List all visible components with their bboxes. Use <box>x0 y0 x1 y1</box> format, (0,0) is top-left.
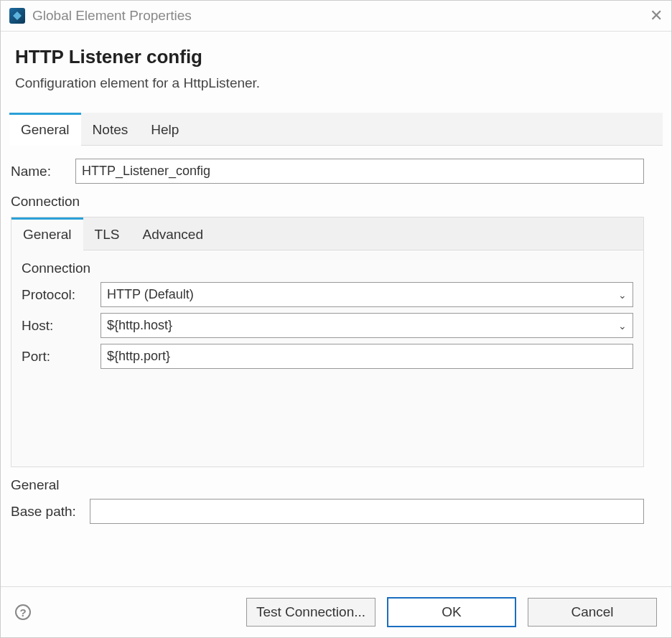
tab-help[interactable]: Help <box>139 113 190 145</box>
port-row: Port: <box>22 344 633 369</box>
inner-tab-advanced[interactable]: Advanced <box>131 217 215 250</box>
svg-marker-0 <box>13 11 22 20</box>
inner-tab-tls[interactable]: TLS <box>83 217 131 250</box>
ok-button[interactable]: OK <box>387 597 516 627</box>
name-input[interactable] <box>75 159 644 184</box>
name-row: Name: <box>11 159 644 184</box>
connection-panel: General TLS Advanced Connection Protocol… <box>11 217 644 467</box>
page-subtitle: Configuration element for a HttpListener… <box>15 75 657 91</box>
close-icon[interactable]: ✕ <box>650 6 663 25</box>
host-row: Host: ${http.host} ⌄ <box>22 313 633 338</box>
basepath-label: Base path: <box>11 504 90 520</box>
inner-tabstrip: General TLS Advanced <box>11 217 643 250</box>
basepath-input[interactable] <box>90 499 644 524</box>
body-area: Name: Connection General TLS Advanced Co… <box>1 146 671 586</box>
basepath-row: Base path: <box>11 499 644 524</box>
chevron-down-icon: ⌄ <box>618 320 627 332</box>
port-input[interactable] <box>101 344 633 369</box>
connection-inner-label: Connection <box>22 261 633 276</box>
name-label: Name: <box>11 164 75 179</box>
main-tabstrip: General Notes Help <box>9 113 663 146</box>
dialog-window: Global Element Properties ✕ HTTP Listene… <box>0 0 672 638</box>
protocol-value: HTTP (Default) <box>107 287 194 302</box>
header-block: HTTP Listener config Configuration eleme… <box>1 32 671 98</box>
tab-notes[interactable]: Notes <box>81 113 140 145</box>
inner-tab-general[interactable]: General <box>11 217 83 250</box>
protocol-row: Protocol: HTTP (Default) ⌄ <box>22 282 633 307</box>
inner-content: Connection Protocol: HTTP (Default) ⌄ Ho… <box>11 250 643 456</box>
chevron-down-icon: ⌄ <box>618 289 627 301</box>
protocol-select[interactable]: HTTP (Default) ⌄ <box>101 282 633 307</box>
titlebar: Global Element Properties ✕ <box>1 1 671 32</box>
scroll-area[interactable]: Name: Connection General TLS Advanced Co… <box>11 153 661 586</box>
port-label: Port: <box>22 349 101 365</box>
protocol-label: Protocol: <box>22 287 101 303</box>
connection-section-label: Connection <box>11 194 644 210</box>
test-connection-button[interactable]: Test Connection... <box>246 598 375 627</box>
general-section-label: General <box>11 477 644 493</box>
host-label: Host: <box>22 318 101 334</box>
window-title: Global Element Properties <box>32 8 192 24</box>
cancel-button[interactable]: Cancel <box>528 598 657 627</box>
host-value: ${http.host} <box>107 318 172 333</box>
app-icon <box>9 8 25 24</box>
help-icon[interactable]: ? <box>15 604 31 620</box>
host-select[interactable]: ${http.host} ⌄ <box>101 313 633 338</box>
bottom-bar: ? Test Connection... OK Cancel <box>1 586 671 637</box>
page-title: HTTP Listener config <box>15 46 657 68</box>
tab-general[interactable]: General <box>9 113 81 146</box>
